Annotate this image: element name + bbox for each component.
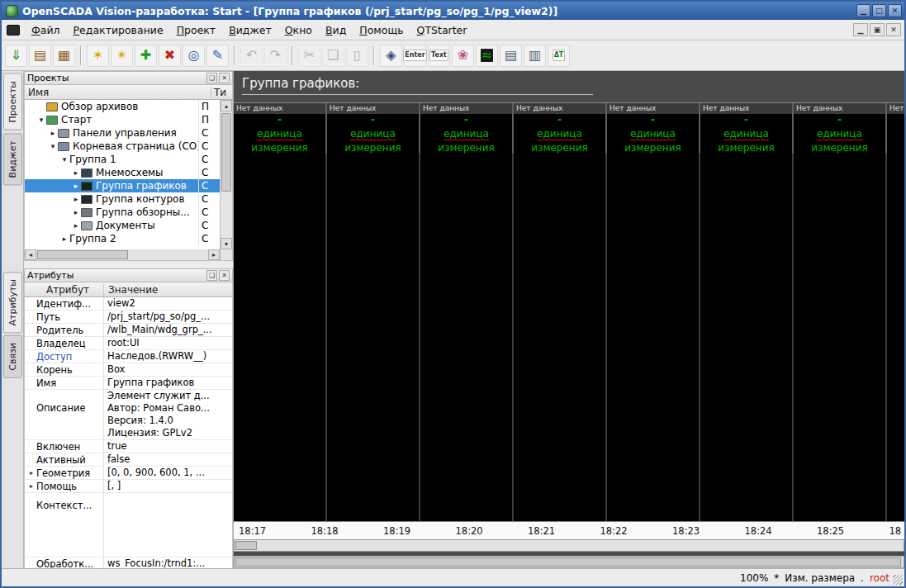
expander-icon[interactable]: ▾ (59, 155, 69, 164)
diagram-element-icon[interactable]: ≈ (476, 45, 498, 67)
expander-icon[interactable]: ▾ (48, 142, 58, 150)
attribute-value[interactable]: [, ] (104, 480, 232, 492)
trend-scrollbar-thumb[interactable] (235, 541, 257, 550)
attribute-row[interactable]: Идентиф... view2 (25, 297, 232, 311)
save-to-db-icon[interactable]: ▤ (29, 45, 51, 67)
titlebar[interactable]: OpenSCADA Vision-разработка: Start - [Гр… (2, 2, 904, 20)
mdi-close-button[interactable]: ✕ (886, 23, 901, 36)
workspace-scrollbar-thumb[interactable] (235, 557, 901, 567)
close-panel-icon[interactable]: ✕ (219, 270, 230, 281)
attribute-value[interactable]: [0, 0, 900, 600, 1, ... (104, 467, 232, 479)
tree-item[interactable]: Обзор архивов П (25, 100, 220, 113)
dock-splitter[interactable] (24, 261, 233, 268)
save-all-icon[interactable]: ▦ (53, 45, 75, 67)
media-element-icon[interactable]: ❀ (452, 45, 474, 67)
trend-chart-area[interactable] (234, 154, 904, 521)
tab-links[interactable]: Связи (3, 335, 22, 378)
menu-item[interactable]: Помощь (353, 21, 410, 39)
attribute-value[interactable]: /wlb_Main/wdg_grp_... (104, 324, 232, 336)
expander-icon[interactable]: ▸ (71, 208, 81, 216)
expander-icon[interactable]: ▸ (71, 182, 81, 190)
attribute-value[interactable]: ws_FocusIn:/trnd1:... (104, 557, 232, 568)
tree-item[interactable]: ▾ Корневая страница (СО) С (25, 140, 220, 153)
menu-item[interactable]: Окно (278, 21, 319, 39)
column-header-type[interactable]: Ти (211, 87, 232, 98)
trend-widget[interactable]: Нет данных - единица измерения (700, 103, 792, 154)
tree-item[interactable]: ▸ Группа графиков С (25, 179, 220, 192)
expander-icon[interactable]: ▸ (48, 129, 58, 137)
attribute-value[interactable] (104, 493, 232, 557)
close-panel-icon[interactable]: ✕ (219, 73, 230, 83)
mdi-minimize-button[interactable]: ▁ (853, 23, 868, 36)
delete-widget-icon[interactable]: ✖ (159, 45, 181, 67)
attribute-row[interactable]: ▸ Помощь [, ] (25, 480, 232, 493)
tab-projects[interactable]: Проекты (3, 74, 22, 130)
attribute-value[interactable]: Наследов.(RWRW__) (104, 350, 232, 363)
vscroll-thumb[interactable] (221, 113, 231, 192)
attribute-row[interactable]: Обработк... ws_FocusIn:/trnd1:... (25, 557, 232, 568)
scroll-down-icon[interactable]: ▾ (221, 238, 232, 249)
resize-grip[interactable] (893, 575, 903, 585)
load-from-db-icon[interactable]: ⇓ (5, 45, 27, 67)
attribute-row[interactable]: Путь /prj_start/pg_so/pg_... (25, 311, 232, 324)
float-panel-icon[interactable]: ❏ (206, 73, 217, 83)
paste-icon[interactable]: ▯ (346, 45, 368, 67)
trend-horizontal-scrollbar[interactable] (234, 539, 904, 552)
protocol-element-icon[interactable]: ▤ (500, 45, 522, 67)
attribute-row[interactable]: Активный false (25, 453, 232, 467)
trend-widget[interactable]: Нет данных - единица измерения (327, 103, 419, 154)
tree-item[interactable]: ▸ Мнемосхемы С (25, 166, 220, 179)
trend-widget[interactable]: Нет данных - единица измерения (234, 103, 325, 154)
undo-icon[interactable]: ↶ (240, 45, 263, 67)
attribute-value[interactable]: false (104, 453, 232, 466)
menu-item[interactable]: Вид (319, 21, 353, 39)
tree-item[interactable]: ▸ Группа обзорны... С (25, 206, 220, 219)
scroll-left-icon[interactable]: ◂ (25, 249, 36, 260)
attribute-row[interactable]: Включен true (25, 440, 232, 453)
tree-item[interactable]: ▸ Панели управления С (25, 126, 220, 140)
new-visual-item-icon[interactable]: ✶ (87, 45, 109, 67)
widget-library-icon[interactable]: ✴ (111, 45, 133, 67)
attribute-row[interactable]: Имя Группа графиков (25, 377, 232, 390)
attribute-value[interactable]: Box (104, 363, 232, 376)
menu-item[interactable]: Проект (170, 21, 223, 39)
column-header-value[interactable]: Значение (104, 284, 232, 296)
minimize-button[interactable]: ▁ (856, 4, 870, 17)
cut-icon[interactable]: ✂ (298, 45, 320, 67)
attribute-row[interactable]: ▸ Геометрия [0, 0, 900, 600, 1, ... (25, 467, 232, 480)
tab-attributes[interactable]: Атрибуты (3, 272, 22, 333)
hscroll-track[interactable] (36, 249, 208, 260)
vscroll-track[interactable] (221, 111, 232, 238)
close-button[interactable]: ✕ (888, 4, 902, 17)
projects-horizontal-scrollbar[interactable]: ◂ ▸ (24, 249, 233, 261)
attribute-value[interactable]: Элемент служит д...Автор: Роман Саво...В… (104, 390, 232, 439)
attribute-row[interactable]: Описание Элемент служит д...Автор: Роман… (25, 390, 232, 440)
add-widget-icon[interactable]: ✚ (135, 45, 157, 67)
menu-item[interactable]: QTStarter (410, 21, 474, 39)
expander-icon[interactable]: ▸ (71, 195, 81, 203)
column-header-name[interactable]: Имя (25, 87, 211, 98)
expander-icon[interactable]: ▸ (71, 168, 81, 177)
mdi-restore-button[interactable]: ▣ (870, 23, 885, 36)
menu-item[interactable]: Файл (25, 21, 67, 39)
attribute-value[interactable]: /prj_start/pg_so/pg_... (104, 311, 232, 323)
trend-widget[interactable]: Нет данных - единица измерения (514, 103, 605, 154)
tab-widget[interactable]: Виджет (3, 133, 22, 185)
attribute-value[interactable]: view2 (104, 297, 232, 310)
attribute-value[interactable]: Группа графиков (104, 377, 232, 389)
expander-icon[interactable]: ▸ (26, 482, 36, 490)
scroll-up-icon[interactable]: ▴ (221, 100, 232, 111)
trend-widget[interactable]: Нет данных - единица измерения (420, 103, 512, 154)
attribute-row[interactable]: Родитель /wlb_Main/wdg_grp_... (25, 324, 232, 337)
column-header-attribute[interactable]: Атрибут (25, 284, 104, 296)
redo-icon[interactable]: ↷ (264, 45, 287, 67)
document-element-icon[interactable]: ▥ (524, 45, 546, 67)
copy-icon[interactable]: ❏ (322, 45, 344, 67)
trend-widget[interactable]: Нет данных - единица измерения (794, 103, 885, 154)
current-user[interactable]: root (870, 572, 889, 584)
tree-item[interactable]: ▸ Группа 2 С (25, 232, 220, 245)
expander-icon[interactable]: ▾ (36, 116, 46, 124)
attribute-row[interactable]: Корень Box (25, 363, 232, 377)
expander-icon[interactable]: ▸ (71, 221, 81, 230)
expander-icon[interactable]: ▸ (26, 469, 36, 477)
